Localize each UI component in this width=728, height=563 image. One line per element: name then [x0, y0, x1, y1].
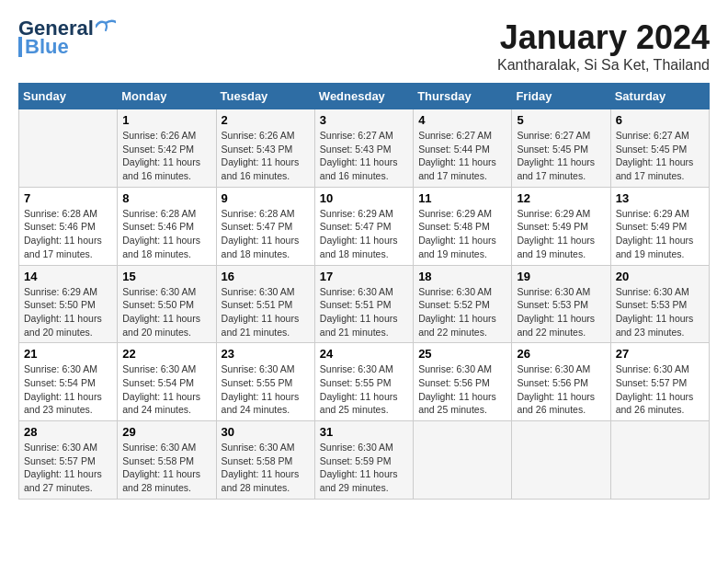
day-number: 22 [122, 347, 210, 361]
day-info: Sunrise: 6:28 AMSunset: 5:46 PMDaylight:… [122, 207, 210, 261]
weekday-header-sunday: Sunday [19, 84, 118, 109]
day-info: Sunrise: 6:30 AMSunset: 5:56 PMDaylight:… [418, 362, 506, 417]
day-number: 3 [320, 113, 408, 127]
day-info: Sunrise: 6:30 AMSunset: 5:51 PMDaylight:… [222, 285, 310, 339]
day-number: 1 [122, 113, 210, 127]
day-number: 6 [616, 113, 704, 127]
day-info: Sunrise: 6:30 AMSunset: 5:55 PMDaylight:… [222, 362, 310, 417]
logo: General Blue [18, 18, 116, 57]
weekday-header-saturday: Saturday [610, 84, 709, 109]
week-row-1: 7Sunrise: 6:28 AMSunset: 5:46 PMDaylight… [19, 187, 710, 265]
day-cell: 10Sunrise: 6:29 AMSunset: 5:47 PMDayligh… [314, 187, 413, 265]
day-cell: 26Sunrise: 6:30 AMSunset: 5:56 PMDayligh… [512, 343, 610, 421]
day-cell: 24Sunrise: 6:30 AMSunset: 5:55 PMDayligh… [314, 343, 413, 421]
day-cell: 13Sunrise: 6:29 AMSunset: 5:49 PMDayligh… [610, 187, 709, 265]
day-info: Sunrise: 6:30 AMSunset: 5:51 PMDaylight:… [320, 285, 408, 339]
day-info: Sunrise: 6:29 AMSunset: 5:49 PMDaylight:… [517, 207, 605, 261]
day-cell: 30Sunrise: 6:30 AMSunset: 5:58 PMDayligh… [216, 421, 314, 500]
day-cell: 20Sunrise: 6:30 AMSunset: 5:53 PMDayligh… [610, 265, 709, 343]
day-number: 18 [418, 270, 506, 283]
day-cell: 31Sunrise: 6:30 AMSunset: 5:59 PMDayligh… [314, 421, 413, 500]
day-cell: 7Sunrise: 6:28 AMSunset: 5:46 PMDaylight… [19, 187, 118, 265]
day-number: 24 [320, 347, 408, 361]
day-cell: 22Sunrise: 6:30 AMSunset: 5:54 PMDayligh… [118, 343, 216, 421]
day-info: Sunrise: 6:27 AMSunset: 5:44 PMDaylight:… [418, 129, 506, 183]
day-number: 29 [122, 425, 210, 439]
day-number: 30 [222, 425, 310, 439]
day-info: Sunrise: 6:26 AMSunset: 5:42 PMDaylight:… [122, 129, 210, 183]
day-number: 27 [616, 347, 704, 361]
day-number: 15 [122, 270, 210, 283]
day-number: 17 [320, 270, 408, 283]
day-number: 26 [517, 347, 605, 361]
day-number: 21 [24, 347, 112, 361]
day-info: Sunrise: 6:28 AMSunset: 5:46 PMDaylight:… [24, 207, 112, 261]
day-number: 9 [222, 191, 310, 205]
day-cell: 2Sunrise: 6:26 AMSunset: 5:43 PMDaylight… [216, 109, 314, 188]
day-info: Sunrise: 6:29 AMSunset: 5:50 PMDaylight:… [24, 285, 112, 339]
day-info: Sunrise: 6:27 AMSunset: 5:43 PMDaylight:… [320, 129, 408, 183]
day-info: Sunrise: 6:29 AMSunset: 5:47 PMDaylight:… [320, 207, 408, 261]
day-info: Sunrise: 6:30 AMSunset: 5:56 PMDaylight:… [517, 362, 605, 417]
day-info: Sunrise: 6:30 AMSunset: 5:53 PMDaylight:… [517, 285, 605, 339]
day-cell: 18Sunrise: 6:30 AMSunset: 5:52 PMDayligh… [414, 265, 512, 343]
day-cell: 25Sunrise: 6:30 AMSunset: 5:56 PMDayligh… [414, 343, 512, 421]
day-cell: 14Sunrise: 6:29 AMSunset: 5:50 PMDayligh… [19, 265, 118, 343]
day-cell: 11Sunrise: 6:29 AMSunset: 5:48 PMDayligh… [414, 187, 512, 265]
day-number: 5 [517, 113, 605, 127]
day-info: Sunrise: 6:30 AMSunset: 5:52 PMDaylight:… [418, 285, 506, 339]
calendar-subtitle: Kantharalak, Si Sa Ket, Thailand [497, 57, 710, 74]
day-number: 12 [517, 191, 605, 205]
day-number: 20 [616, 270, 704, 283]
day-cell: 6Sunrise: 6:27 AMSunset: 5:45 PMDaylight… [610, 109, 709, 188]
day-number: 8 [122, 191, 210, 205]
day-cell: 9Sunrise: 6:28 AMSunset: 5:47 PMDaylight… [216, 187, 314, 265]
day-number: 19 [517, 270, 605, 283]
day-number: 16 [222, 270, 310, 283]
day-cell: 15Sunrise: 6:30 AMSunset: 5:50 PMDayligh… [118, 265, 216, 343]
day-info: Sunrise: 6:27 AMSunset: 5:45 PMDaylight:… [517, 129, 605, 183]
day-number: 11 [418, 191, 506, 205]
day-number: 25 [418, 347, 506, 361]
day-info: Sunrise: 6:30 AMSunset: 5:58 PMDaylight:… [222, 441, 310, 495]
page-header: General Blue January 2024 Kantharalak, S… [18, 18, 710, 74]
week-row-2: 14Sunrise: 6:29 AMSunset: 5:50 PMDayligh… [19, 265, 710, 343]
day-number: 7 [24, 191, 112, 205]
day-number: 14 [24, 270, 112, 283]
day-cell: 3Sunrise: 6:27 AMSunset: 5:43 PMDaylight… [314, 109, 413, 188]
day-cell [512, 421, 610, 500]
day-cell [19, 109, 118, 188]
day-number: 31 [320, 425, 408, 439]
day-cell: 1Sunrise: 6:26 AMSunset: 5:42 PMDaylight… [118, 109, 216, 188]
day-info: Sunrise: 6:29 AMSunset: 5:48 PMDaylight:… [418, 207, 506, 261]
day-cell: 23Sunrise: 6:30 AMSunset: 5:55 PMDayligh… [216, 343, 314, 421]
day-number: 13 [616, 191, 704, 205]
day-number: 10 [320, 191, 408, 205]
day-info: Sunrise: 6:28 AMSunset: 5:47 PMDaylight:… [222, 207, 310, 261]
week-row-4: 28Sunrise: 6:30 AMSunset: 5:57 PMDayligh… [19, 421, 710, 500]
day-cell: 28Sunrise: 6:30 AMSunset: 5:57 PMDayligh… [19, 421, 118, 500]
week-row-3: 21Sunrise: 6:30 AMSunset: 5:54 PMDayligh… [19, 343, 710, 421]
day-cell: 29Sunrise: 6:30 AMSunset: 5:58 PMDayligh… [118, 421, 216, 500]
weekday-header-thursday: Thursday [414, 84, 512, 109]
day-info: Sunrise: 6:29 AMSunset: 5:49 PMDaylight:… [616, 207, 704, 261]
day-cell: 4Sunrise: 6:27 AMSunset: 5:44 PMDaylight… [414, 109, 512, 188]
day-info: Sunrise: 6:27 AMSunset: 5:45 PMDaylight:… [616, 129, 704, 183]
calendar-table: SundayMondayTuesdayWednesdayThursdayFrid… [18, 83, 710, 500]
day-number: 4 [418, 113, 506, 127]
day-info: Sunrise: 6:26 AMSunset: 5:43 PMDaylight:… [222, 129, 310, 183]
day-cell: 17Sunrise: 6:30 AMSunset: 5:51 PMDayligh… [314, 265, 413, 343]
day-cell: 5Sunrise: 6:27 AMSunset: 5:45 PMDaylight… [512, 109, 610, 188]
day-info: Sunrise: 6:30 AMSunset: 5:57 PMDaylight:… [24, 441, 112, 495]
day-cell: 8Sunrise: 6:28 AMSunset: 5:46 PMDaylight… [118, 187, 216, 265]
weekday-header-monday: Monday [118, 84, 216, 109]
day-number: 23 [222, 347, 310, 361]
day-info: Sunrise: 6:30 AMSunset: 5:58 PMDaylight:… [122, 441, 210, 495]
day-cell: 27Sunrise: 6:30 AMSunset: 5:57 PMDayligh… [610, 343, 709, 421]
day-cell [610, 421, 709, 500]
day-info: Sunrise: 6:30 AMSunset: 5:54 PMDaylight:… [122, 362, 210, 417]
day-cell: 19Sunrise: 6:30 AMSunset: 5:53 PMDayligh… [512, 265, 610, 343]
title-block: January 2024 Kantharalak, Si Sa Ket, Tha… [497, 18, 710, 74]
weekday-header-wednesday: Wednesday [314, 84, 413, 109]
weekday-header-friday: Friday [512, 84, 610, 109]
